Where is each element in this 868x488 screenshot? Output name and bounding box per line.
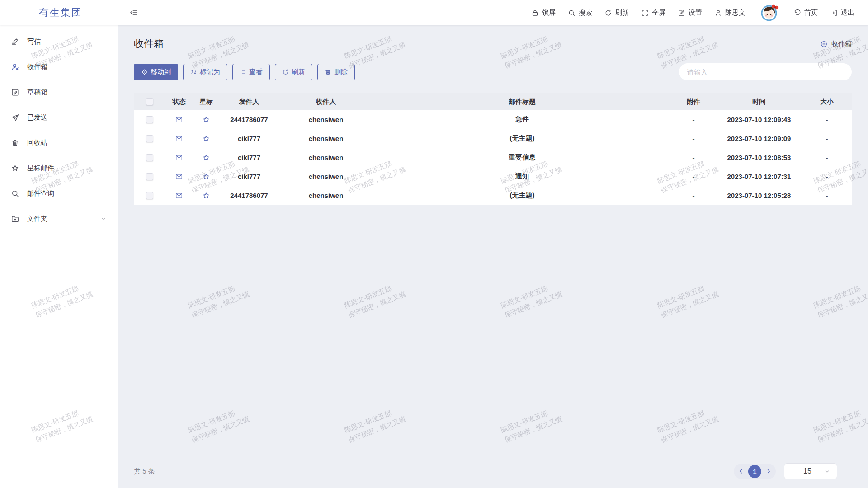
sidebar-item-inbox[interactable]: 收件箱 bbox=[0, 54, 118, 80]
logout-label: 退出 bbox=[841, 9, 854, 17]
cell-star bbox=[193, 135, 220, 143]
location-pin-icon bbox=[820, 40, 828, 48]
sidebar-item-label: 星标邮件 bbox=[27, 164, 54, 173]
logout-icon bbox=[830, 9, 838, 17]
cell-status bbox=[165, 154, 193, 162]
cell-size: - bbox=[802, 154, 852, 161]
table-footer: 共 5 条 1 15 bbox=[118, 457, 868, 488]
username-label: 陈思文 bbox=[725, 9, 745, 17]
cell-recipient: chensiwen bbox=[278, 173, 373, 180]
star-icon[interactable] bbox=[202, 135, 210, 143]
settings-icon bbox=[678, 9, 685, 17]
current-page-button[interactable]: 1 bbox=[748, 465, 761, 478]
chevron-down-icon bbox=[100, 216, 107, 222]
sidebar-item-trash[interactable]: 回收站 bbox=[0, 130, 118, 155]
mail-row[interactable]: cikl777chensiwen重要信息-2023-07-10 12:08:53… bbox=[134, 148, 852, 167]
lock-screen-button[interactable]: 锁屏 bbox=[531, 9, 556, 17]
row-checkbox[interactable] bbox=[146, 173, 153, 180]
sidebar-item-folders[interactable]: 文件夹 bbox=[0, 206, 118, 231]
chevron-down-icon bbox=[824, 469, 830, 474]
cell-size: - bbox=[802, 116, 852, 123]
cell-size: - bbox=[802, 192, 852, 199]
star-icon[interactable] bbox=[202, 173, 210, 181]
star-icon[interactable] bbox=[202, 192, 210, 200]
cell-time: 2023-07-10 12:07:31 bbox=[716, 173, 802, 180]
mark-as-button[interactable]: 标记为 bbox=[183, 64, 227, 80]
menu-fold-button[interactable] bbox=[129, 8, 138, 17]
row-checkbox[interactable] bbox=[146, 192, 153, 199]
cell-sender: cikl777 bbox=[220, 135, 278, 142]
mail-row[interactable]: cikl777chensiwen通知-2023-07-10 12:07:31- bbox=[134, 167, 852, 186]
star-icon[interactable] bbox=[202, 154, 210, 162]
mail-row[interactable]: 2441786077chensiwen急件-2023-07-10 12:09:4… bbox=[134, 110, 852, 129]
unread-mail-icon bbox=[175, 192, 183, 200]
cell-star bbox=[193, 154, 220, 162]
user-icon bbox=[714, 9, 722, 17]
sidebar-item-label: 文件夹 bbox=[27, 215, 47, 223]
sidebar-item-starred[interactable]: 星标邮件 bbox=[0, 155, 118, 181]
cell-recipient: chensiwen bbox=[278, 135, 373, 142]
settings-label: 设置 bbox=[689, 9, 702, 17]
sidebar-item-compose[interactable]: 写信 bbox=[0, 29, 118, 54]
select-all-checkbox[interactable] bbox=[146, 98, 153, 105]
row-checkbox-cell bbox=[134, 116, 165, 123]
inbox-icon bbox=[11, 63, 19, 71]
delete-button[interactable]: 删除 bbox=[317, 64, 355, 80]
brand-logo: 有生集团 bbox=[0, 6, 118, 19]
next-page-button[interactable] bbox=[765, 468, 772, 474]
mail-row[interactable]: cikl777chensiwen(无主题)-2023-07-10 12:09:0… bbox=[134, 129, 852, 148]
settings-button[interactable]: 设置 bbox=[678, 9, 702, 17]
avatar[interactable] bbox=[760, 3, 779, 23]
cell-status bbox=[165, 135, 193, 143]
home-button[interactable]: 首页 bbox=[793, 9, 818, 17]
lock-icon bbox=[531, 9, 539, 17]
row-checkbox[interactable] bbox=[146, 135, 153, 142]
move-to-button[interactable]: 移动到 bbox=[134, 64, 178, 80]
pagination: 1 bbox=[734, 464, 776, 479]
cell-sender: 2441786077 bbox=[220, 192, 278, 199]
page-size-select[interactable]: 15 bbox=[784, 463, 837, 479]
move-to-label: 移动到 bbox=[151, 68, 171, 76]
search-input[interactable] bbox=[679, 63, 852, 80]
cell-attachment: - bbox=[671, 192, 716, 199]
sidebar-item-drafts[interactable]: 草稿箱 bbox=[0, 80, 118, 105]
search-icon bbox=[11, 189, 19, 198]
chevron-right-icon bbox=[765, 468, 772, 474]
logout-button[interactable]: 退出 bbox=[830, 9, 854, 17]
mail-table: 状态星标发件人收件人邮件标题附件时间大小 2441786077chensiwen… bbox=[134, 93, 852, 205]
col-header-size: 大小 bbox=[802, 98, 852, 106]
unread-mail-icon bbox=[175, 135, 183, 143]
star-icon bbox=[11, 164, 19, 173]
row-checkbox[interactable] bbox=[146, 116, 153, 123]
prev-page-button[interactable] bbox=[738, 468, 744, 474]
search-button[interactable]: 搜索 bbox=[568, 9, 592, 17]
refresh-label: 刷新 bbox=[615, 9, 629, 17]
topbar: 有生集团 锁屏 搜索 刷新 全屏 设置 陈思文 bbox=[0, 0, 868, 25]
draft-icon bbox=[11, 88, 19, 97]
sidebar-item-label: 回收站 bbox=[27, 139, 47, 147]
user-menu[interactable]: 陈思文 bbox=[714, 9, 745, 17]
cell-size: - bbox=[802, 135, 852, 142]
refresh-list-button[interactable]: 刷新 bbox=[275, 64, 312, 80]
main-content: 收件箱 收件箱 移动到 标记为 查看 刷新 删除 状态星标发件人收件人邮件标题 bbox=[118, 25, 868, 488]
refresh-list-label: 刷新 bbox=[292, 68, 305, 76]
refresh-button[interactable]: 刷新 bbox=[604, 9, 629, 17]
home-label: 首页 bbox=[804, 9, 818, 17]
cell-star bbox=[193, 116, 220, 124]
row-checkbox-cell bbox=[134, 173, 165, 180]
row-checkbox[interactable] bbox=[146, 154, 153, 161]
star-icon[interactable] bbox=[202, 116, 210, 124]
pencil-icon bbox=[11, 38, 19, 46]
cell-sender: cikl777 bbox=[220, 173, 278, 180]
breadcrumb-label: 收件箱 bbox=[831, 40, 852, 48]
sidebar-item-sent[interactable]: 已发送 bbox=[0, 105, 118, 130]
fullscreen-button[interactable]: 全屏 bbox=[641, 9, 665, 17]
mail-row[interactable]: 2441786077chensiwen(无主题)-2023-07-10 12:0… bbox=[134, 186, 852, 205]
sidebar-item-search[interactable]: 邮件查询 bbox=[0, 181, 118, 206]
cell-attachment: - bbox=[671, 116, 716, 123]
view-button[interactable]: 查看 bbox=[232, 64, 270, 80]
row-checkbox-cell bbox=[134, 135, 165, 142]
toolbar: 移动到 标记为 查看 刷新 删除 bbox=[118, 51, 868, 80]
fullscreen-icon bbox=[641, 9, 649, 17]
cell-subject: 急件 bbox=[373, 115, 671, 124]
